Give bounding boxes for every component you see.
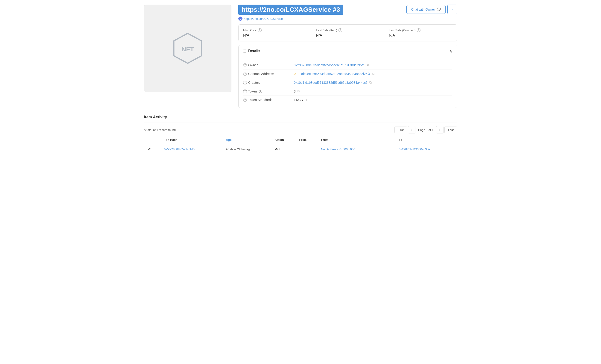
from-address-link[interactable]: Null Address: 0x000...000 bbox=[321, 147, 355, 151]
contract-help-icon[interactable]: ? bbox=[243, 72, 247, 76]
token-id-value: 3 ⧉ bbox=[294, 89, 300, 93]
col-age: Age bbox=[222, 136, 271, 144]
last-page-button[interactable]: Last bbox=[444, 126, 457, 133]
col-arrow bbox=[379, 136, 395, 144]
table-row: 👁 0x5fe28d8f465a1c5bf0c... 95 days 22 hr… bbox=[144, 144, 457, 154]
owner-row: ? Owner: 0x29875bd49350ac3f2ca5ceeb1c170… bbox=[243, 61, 452, 69]
owner-copy-icon[interactable]: ⧉ bbox=[367, 63, 369, 67]
eth-icon: Ξ bbox=[238, 17, 242, 21]
owner-value: 0x29875bd49350ac3f2ca5ceeb1c1701708c795f… bbox=[294, 63, 369, 67]
to-address-link[interactable]: 0x29875bd49350ac3f2c... bbox=[399, 147, 433, 151]
table-header: Txn Hash Age Action Price From To bbox=[144, 136, 457, 144]
nft-hexagon-wrapper: NFT bbox=[170, 31, 205, 66]
min-price-help-icon[interactable]: ? bbox=[258, 28, 261, 32]
owner-address-link[interactable]: 0x29875bd49350ac3f2ca5ceeb1c1701708c795f… bbox=[294, 63, 365, 67]
last-sale-item-help-icon[interactable]: ? bbox=[339, 28, 342, 32]
chevron-up-icon[interactable]: ∧ bbox=[449, 48, 452, 54]
details-card: ☰ Details ∧ ? Owner: 0x29875bd49350ac3f2… bbox=[238, 45, 457, 108]
details-title-text: Details bbox=[248, 49, 260, 53]
col-price: Price bbox=[296, 136, 318, 144]
chat-owner-label: Chat with Owner bbox=[411, 8, 435, 11]
eye-icon[interactable]: 👁 bbox=[148, 147, 151, 151]
prev-page-button[interactable]: ‹ bbox=[408, 126, 415, 134]
token-id-row: ? Token ID: 3 ⧉ bbox=[243, 87, 452, 96]
contract-link[interactable]: Ξ https://2no.co/LCXAGService bbox=[238, 17, 457, 21]
activity-title: Item Activity bbox=[144, 115, 457, 122]
page-info: Page 1 of 1 bbox=[416, 128, 435, 132]
right-panel: https://2no.co/LCXAGService #3 Chat with… bbox=[238, 5, 457, 108]
creator-address-link[interactable]: 0x10d1fd1b8eed57133382d56cd65b3a0984a44c… bbox=[294, 81, 368, 85]
warning-icon: ⚠ bbox=[294, 72, 297, 76]
chat-icon: 💬 bbox=[437, 8, 441, 11]
creator-label: ? Creator: bbox=[243, 81, 294, 85]
creator-value: 0x10d1fd1b8eed57133382d56cd65b3a0984a44c… bbox=[294, 81, 372, 85]
nft-hexagon-svg: NFT bbox=[170, 31, 205, 66]
col-txn-hash: Txn Hash bbox=[160, 136, 222, 144]
col-from: From bbox=[317, 136, 379, 144]
list-icon: ☰ bbox=[243, 49, 246, 53]
contract-address-value: ⚠ 0xdc9ec0c966c3d3a552a228b3fe353848ce2f… bbox=[294, 72, 374, 76]
row-arrow: → bbox=[379, 144, 395, 154]
title-row: https://2no.co/LCXAGService #3 Chat with… bbox=[238, 5, 457, 15]
last-sale-item-label: Last Sale (Item) ? bbox=[316, 28, 379, 32]
table-body: 👁 0x5fe28d8f465a1c5bf0c... 95 days 22 hr… bbox=[144, 144, 457, 154]
last-sale-contract-section: Last Sale (Contract) ? N/A bbox=[384, 28, 452, 38]
nft-title-block: https://2no.co/LCXAGService #3 bbox=[238, 5, 343, 15]
details-header: ☰ Details ∧ bbox=[239, 45, 457, 57]
details-body: ? Owner: 0x29875bd49350ac3f2ca5ceeb1c170… bbox=[239, 57, 457, 108]
first-page-button[interactable]: First bbox=[394, 126, 407, 133]
activity-section: Item Activity A total of 1 record found … bbox=[144, 115, 457, 154]
token-id-copy-icon[interactable]: ⧉ bbox=[298, 89, 300, 93]
contract-address-label: ? Contract Address: bbox=[243, 72, 294, 76]
details-title: ☰ Details bbox=[243, 49, 260, 53]
last-sale-contract-value: N/A bbox=[389, 33, 452, 38]
token-id-help-icon[interactable]: ? bbox=[243, 89, 247, 93]
min-price-section: Min. Price ? N/A bbox=[243, 28, 311, 38]
page-wrapper: NFT https://2no.co/LCXAGService #3 Chat … bbox=[139, 0, 462, 159]
price-card: Min. Price ? N/A Last Sale (Item) ? N/A … bbox=[238, 24, 457, 41]
last-sale-contract-help-icon[interactable]: ? bbox=[417, 28, 421, 32]
min-price-value: N/A bbox=[243, 33, 307, 38]
top-section: NFT https://2no.co/LCXAGService #3 Chat … bbox=[144, 5, 457, 108]
creator-row: ? Creator: 0x10d1fd1b8eed57133382d56cd65… bbox=[243, 78, 452, 87]
nft-title: https://2no.co/LCXAGService #3 bbox=[238, 5, 343, 15]
contract-address-link[interactable]: 0xdc9ec0c966c3d3a552a228b3fe353848ce2f25… bbox=[299, 72, 370, 76]
last-sale-contract-label: Last Sale (Contract) ? bbox=[389, 28, 452, 32]
col-action: Action bbox=[271, 136, 295, 144]
token-id-label: ? Token ID: bbox=[243, 89, 294, 93]
contract-url-text: https://2no.co/LCXAGService bbox=[244, 17, 283, 20]
pagination: First ‹ Page 1 of 1 › Last bbox=[394, 126, 457, 134]
next-page-button[interactable]: › bbox=[436, 126, 443, 134]
contract-copy-icon[interactable]: ⧉ bbox=[372, 72, 374, 76]
more-options-button[interactable]: ⋮ bbox=[447, 5, 457, 14]
txn-hash-link[interactable]: 0x5fe28d8f465a1c5bf0c... bbox=[164, 147, 199, 151]
min-price-label: Min. Price ? bbox=[243, 28, 307, 32]
col-to: To bbox=[395, 136, 457, 144]
token-standard-label: ? Token Standard: bbox=[243, 98, 294, 102]
row-action: Mint bbox=[271, 144, 295, 154]
contract-address-row: ? Contract Address: ⚠ 0xdc9ec0c966c3d3a5… bbox=[243, 69, 452, 78]
records-info: A total of 1 record found bbox=[144, 128, 176, 132]
col-icon bbox=[144, 136, 160, 144]
activity-toolbar: A total of 1 record found First ‹ Page 1… bbox=[144, 126, 457, 134]
chat-owner-button[interactable]: Chat with Owner 💬 bbox=[406, 5, 446, 14]
owner-label: ? Owner: bbox=[243, 63, 294, 67]
row-from: Null Address: 0x000...000 bbox=[317, 144, 379, 154]
owner-help-icon[interactable]: ? bbox=[243, 63, 247, 67]
last-sale-item-value: N/A bbox=[316, 33, 379, 38]
token-standard-row: ? Token Standard: ERC-721 bbox=[243, 96, 452, 104]
row-price bbox=[296, 144, 318, 154]
row-eye-icon: 👁 bbox=[144, 144, 160, 154]
row-age: 95 days 22 hrs ago bbox=[222, 144, 271, 154]
arrow-right-icon: → bbox=[382, 147, 386, 151]
creator-copy-icon[interactable]: ⧉ bbox=[369, 81, 372, 85]
creator-help-icon[interactable]: ? bbox=[243, 81, 247, 85]
row-txn-hash: 0x5fe28d8f465a1c5bf0c... bbox=[160, 144, 222, 154]
title-actions: Chat with Owner 💬 ⋮ bbox=[406, 5, 457, 14]
nft-image-card: NFT bbox=[144, 5, 231, 92]
token-standard-help-icon[interactable]: ? bbox=[243, 98, 247, 102]
activity-table: Txn Hash Age Action Price From To 👁 0x5f… bbox=[144, 136, 457, 154]
svg-text:NFT: NFT bbox=[181, 46, 194, 53]
last-sale-item-section: Last Sale (Item) ? N/A bbox=[311, 28, 384, 38]
token-standard-value: ERC-721 bbox=[294, 98, 307, 102]
